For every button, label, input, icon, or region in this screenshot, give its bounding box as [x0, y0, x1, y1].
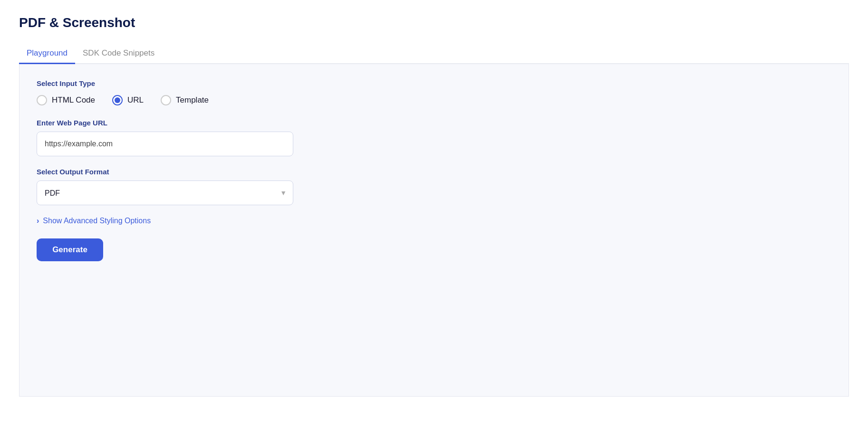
output-format-wrapper: PDF PNG JPEG ▼	[37, 180, 293, 205]
url-field-label: Enter Web Page URL	[37, 119, 831, 127]
radio-html-code-label: HTML Code	[52, 95, 95, 105]
tab-sdk-code-snippets[interactable]: SDK Code Snippets	[75, 44, 162, 64]
url-field-section: Enter Web Page URL	[37, 119, 831, 156]
generate-button-label: Generate	[52, 245, 87, 254]
output-format-label: Select Output Format	[37, 168, 831, 176]
radio-url-inner	[115, 97, 120, 103]
advanced-toggle-label: Show Advanced Styling Options	[43, 217, 151, 225]
page-container: PDF & Screenshot Playground SDK Code Sni…	[0, 0, 868, 416]
tab-playground[interactable]: Playground	[19, 44, 75, 64]
radio-group: HTML Code URL Template	[37, 95, 831, 105]
radio-url-outer	[112, 95, 123, 105]
generate-button[interactable]: Generate	[37, 238, 103, 261]
input-type-section: Select Input Type HTML Code URL Temp	[37, 79, 831, 105]
radio-html-code-outer	[37, 95, 47, 105]
content-area: Select Input Type HTML Code URL Temp	[19, 64, 849, 397]
radio-template-label: Template	[176, 95, 209, 105]
url-input[interactable]	[37, 132, 293, 156]
radio-url[interactable]: URL	[112, 95, 144, 105]
radio-template-outer	[161, 95, 171, 105]
radio-html-code[interactable]: HTML Code	[37, 95, 95, 105]
advanced-styling-toggle[interactable]: › Show Advanced Styling Options	[37, 217, 831, 225]
output-format-select[interactable]: PDF PNG JPEG	[37, 180, 293, 205]
radio-template[interactable]: Template	[161, 95, 209, 105]
radio-url-label: URL	[127, 95, 144, 105]
chevron-right-icon: ›	[37, 217, 39, 225]
tabs-container: Playground SDK Code Snippets	[19, 44, 849, 64]
input-type-label: Select Input Type	[37, 79, 831, 87]
output-format-section: Select Output Format PDF PNG JPEG ▼	[37, 168, 831, 205]
page-title: PDF & Screenshot	[19, 15, 849, 30]
